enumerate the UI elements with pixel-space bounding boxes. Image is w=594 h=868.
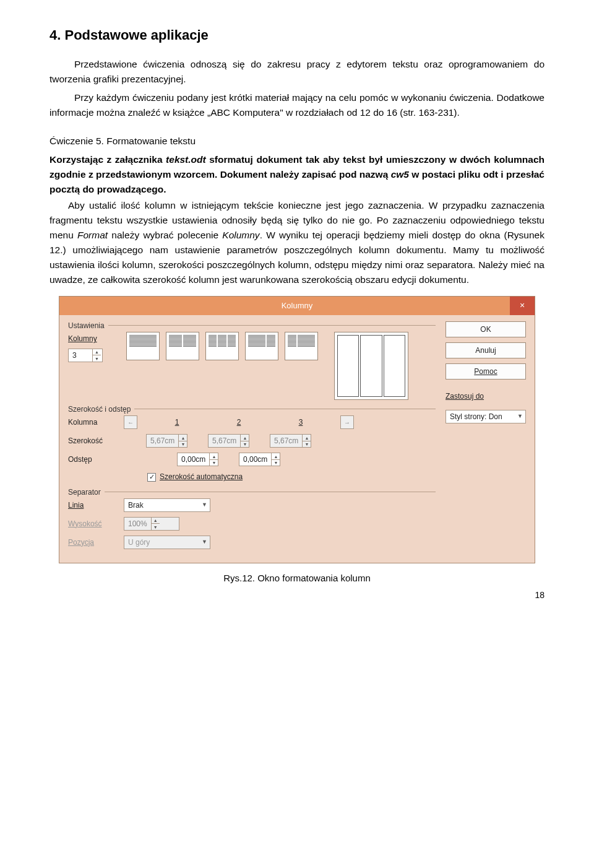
command-name: Kolumny xyxy=(222,230,259,240)
line-label: Linia xyxy=(68,501,84,510)
group-separator-label: Separator xyxy=(68,487,105,498)
spinner-up-icon[interactable]: ▲ xyxy=(93,349,101,356)
position-label: Pozycja xyxy=(68,538,94,547)
intro-paragraph-1: Przedstawione ćwiczenia odnoszą się do z… xyxy=(50,57,544,87)
figure: Kolumny × Ustawienia Kolumny 3 ▲▼ xyxy=(50,296,544,563)
gap-value-1: 0,00cm xyxy=(178,453,209,466)
position-value: U góry xyxy=(128,537,150,549)
spinner-up-icon[interactable]: ▲ xyxy=(272,453,280,460)
width-spinner-3[interactable]: 5,67cm▲▼ xyxy=(270,434,311,448)
gap-label: Odstęp xyxy=(68,454,124,466)
spinner-down-icon[interactable]: ▼ xyxy=(272,460,280,466)
col-num-1: 1 xyxy=(146,417,208,428)
spinner-down-icon[interactable]: ▼ xyxy=(152,524,160,530)
figure-caption: Rys.12. Okno formatowania kolumn xyxy=(50,571,544,585)
filename: tekst.odt xyxy=(166,154,206,165)
exercise-explanation: Aby ustalić ilość kolumn w istniejącym t… xyxy=(50,198,544,287)
dialog-titlebar: Kolumny × xyxy=(59,297,535,315)
width-value-3: 5,67cm xyxy=(270,435,302,447)
apply-to-dropdown[interactable]: Styl strony: Don ▼ xyxy=(446,410,526,423)
spinner-down-icon[interactable]: ▼ xyxy=(241,441,249,448)
preset-2col-right[interactable] xyxy=(285,332,318,360)
apply-to-value: Styl strony: Don xyxy=(450,411,502,423)
chevron-down-icon: ▼ xyxy=(202,538,207,547)
text: należy wybrać polecenie xyxy=(108,230,222,240)
preset-2col-left[interactable] xyxy=(245,332,278,360)
spinner-up-icon[interactable]: ▲ xyxy=(241,435,249,441)
width-spinner-1[interactable]: 5,67cm▲▼ xyxy=(146,434,187,448)
columns-dialog: Kolumny × Ustawienia Kolumny 3 ▲▼ xyxy=(59,296,535,563)
columns-label: Kolumny xyxy=(68,334,97,343)
spinner-up-icon[interactable]: ▲ xyxy=(179,435,187,441)
spinner-down-icon[interactable]: ▼ xyxy=(303,441,311,448)
position-dropdown[interactable]: U góry ▼ xyxy=(124,536,210,549)
height-label: Wysokość xyxy=(68,519,102,528)
width-spinner-2[interactable]: 5,67cm▲▼ xyxy=(208,434,249,448)
gap-value-2: 0,00cm xyxy=(239,453,271,466)
columns-spinner[interactable]: 3 ▲▼ xyxy=(68,349,103,362)
chevron-down-icon: ▼ xyxy=(202,501,207,510)
width-label: Szerokość xyxy=(68,435,124,447)
cancel-button[interactable]: Anuluj xyxy=(446,342,526,358)
text: Korzystając z załącznika xyxy=(50,154,166,165)
spinner-up-icon[interactable]: ▲ xyxy=(303,435,311,441)
preset-1col[interactable] xyxy=(126,332,160,360)
col-num-3: 3 xyxy=(270,417,332,428)
intro-paragraph-2: Przy każdym ćwiczeniu podany jest krótki… xyxy=(50,90,544,120)
gap-spinner-1[interactable]: 0,00cm▲▼ xyxy=(177,453,218,466)
column-label: Kolumna xyxy=(68,417,124,428)
columns-preview xyxy=(334,332,408,400)
height-spinner[interactable]: 100% ▲▼ xyxy=(124,517,179,531)
next-column-button[interactable]: → xyxy=(340,415,354,429)
page-number: 18 xyxy=(50,589,544,602)
exercise-instruction: Korzystając z załącznika tekst.odt sform… xyxy=(50,152,544,197)
ok-button[interactable]: OK xyxy=(446,321,526,337)
spinner-down-icon[interactable]: ▼ xyxy=(210,460,218,466)
auto-width-label: Szerokość automatyczna xyxy=(160,471,243,483)
spinner-down-icon[interactable]: ▼ xyxy=(93,355,101,362)
exercise-heading: Ćwiczenie 5. Formatowanie tekstu xyxy=(50,134,544,149)
help-button[interactable]: Pomoc xyxy=(446,363,526,380)
apply-to-label: Zastosuj do xyxy=(446,391,526,402)
help-label: Pomoc xyxy=(474,366,497,378)
spinner-up-icon[interactable]: ▲ xyxy=(152,518,160,524)
spinner-down-icon[interactable]: ▼ xyxy=(179,441,187,448)
width-value-1: 5,67cm xyxy=(147,435,178,447)
height-value: 100% xyxy=(124,518,151,530)
auto-width-checkbox[interactable]: ✓ xyxy=(147,473,156,482)
preset-2col[interactable] xyxy=(166,332,199,360)
line-value: Brak xyxy=(128,500,144,511)
width-value-2: 5,67cm xyxy=(209,435,240,447)
chevron-down-icon: ▼ xyxy=(517,412,523,421)
section-title: 4. Podstawowe aplikacje xyxy=(50,25,544,46)
prev-column-button[interactable]: ← xyxy=(124,415,137,429)
group-settings-label: Ustawienia xyxy=(68,320,108,332)
gap-spinner-2[interactable]: 0,00cm▲▼ xyxy=(239,453,280,466)
line-dropdown[interactable]: Brak ▼ xyxy=(124,498,210,512)
column-presets xyxy=(126,332,318,360)
close-button[interactable]: × xyxy=(510,297,535,315)
save-name: cw5 xyxy=(391,169,409,180)
spinner-up-icon[interactable]: ▲ xyxy=(210,453,218,460)
col-num-2: 2 xyxy=(208,417,270,428)
dialog-title: Kolumny xyxy=(282,300,313,312)
group-width-label: Szerokość i odstęp xyxy=(68,404,134,415)
preset-3col[interactable] xyxy=(205,332,239,360)
columns-value: 3 xyxy=(69,349,92,362)
menu-name: Format xyxy=(77,230,108,240)
